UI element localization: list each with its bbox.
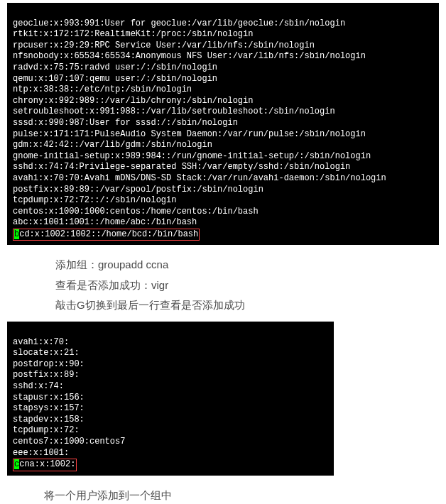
- group-line: stapsys:x:157:: [13, 403, 85, 413]
- passwd-line: centos:x:1000:1000:centos:/home/centos:/…: [13, 207, 259, 217]
- doc-line: 将一个用户添加到一个组中: [44, 486, 446, 504]
- doc-paragraph-2: 将一个用户添加到一个组中 gpasswd -a abc ccna:意思是将abc…: [0, 483, 446, 504]
- group-line: stapdev:x:158:: [13, 415, 85, 424]
- passwd-line: qemu:x:107:107:qemu user:/:/sbin/nologin: [13, 74, 217, 84]
- passwd-line: rtkit:x:172:172:RealtimeKit:/proc:/sbin/…: [13, 29, 253, 39]
- passwd-line: avahi:x:70:70:Avahi mDNS/DNS-SD Stack:/v…: [13, 173, 386, 183]
- passwd-line: chrony:x:992:989::/var/lib/chrony:/sbin/…: [13, 96, 253, 106]
- passwd-line: sshd:x:74:74:Privilege-separated SSH:/va…: [13, 162, 350, 172]
- highlighted-rest: cd:x:1002:1002::/home/bcd:/bin/bash: [19, 229, 198, 239]
- highlighted-group-line: ccna:x:1002:: [13, 459, 77, 471]
- passwd-line: geoclue:x:993:991:User for geoclue:/var/…: [13, 18, 345, 28]
- terminal-group-output: avahi:x:70: slocate:x:21: postdrop:x:90:…: [7, 322, 334, 476]
- passwd-line: ntp:x:38:38::/etc/ntp:/sbin/nologin: [13, 84, 192, 94]
- group-line: postdrop:x:90:: [13, 359, 85, 369]
- passwd-line: sssd:x:990:987:User for sssd:/:/sbin/nol…: [13, 118, 238, 128]
- passwd-line: setroubleshoot:x:991:988::/var/lib/setro…: [13, 106, 335, 116]
- group-line: slocate:x:21:: [13, 348, 80, 358]
- group-line: sshd:x:74:: [13, 381, 64, 391]
- doc-line: 查看是否添加成功：vigr: [55, 275, 446, 296]
- passwd-line: rpcuser:x:29:29:RPC Service User:/var/li…: [13, 40, 315, 50]
- group-line: eee:x:1001:: [13, 448, 69, 458]
- highlighted-passwd-line: bcd:x:1002:1002::/home/bcd:/bin/bash: [13, 229, 200, 241]
- passwd-line: tcpdump:x:72:72::/:/sbin/nologin: [13, 195, 176, 205]
- group-line: postfix:x:89:: [13, 370, 80, 380]
- highlighted-rest: cna:x:1002:: [19, 459, 75, 469]
- terminal-passwd-output: geoclue:x:993:991:User for geoclue:/var/…: [7, 3, 439, 245]
- group-line: tcpdump:x:72:: [13, 425, 80, 435]
- group-line: avahi:x:70:: [13, 337, 69, 347]
- passwd-line: gnome-initial-setup:x:989:984::/run/gnom…: [13, 151, 371, 161]
- passwd-line: nfsnobody:x:65534:65534:Anonymous NFS Us…: [13, 51, 366, 61]
- passwd-line: postfix:x:89:89::/var/spool/postfix:/sbi…: [13, 185, 263, 195]
- doc-paragraph-1: 添加组：groupadd ccna 查看是否添加成功：vigr 敲击G切换到最后…: [0, 252, 446, 319]
- doc-line: 添加组：groupadd ccna: [55, 255, 446, 275]
- passwd-line: pulse:x:171:171:PulseAudio System Daemon…: [13, 129, 366, 139]
- passwd-line: abc:x:1001:1001::/home/abc:/bin/bash: [13, 217, 197, 227]
- passwd-line: radvd:x:75:75:radvd user:/:/sbin/nologin: [13, 62, 217, 72]
- group-line: stapusr:x:156:: [13, 393, 85, 402]
- passwd-line: gdm:x:42:42::/var/lib/gdm:/sbin/nologin: [13, 140, 212, 150]
- doc-line: 敲击G切换到最后一行查看是否添加成功: [55, 295, 446, 316]
- group-line: centos7:x:1000:centos7: [13, 437, 125, 447]
